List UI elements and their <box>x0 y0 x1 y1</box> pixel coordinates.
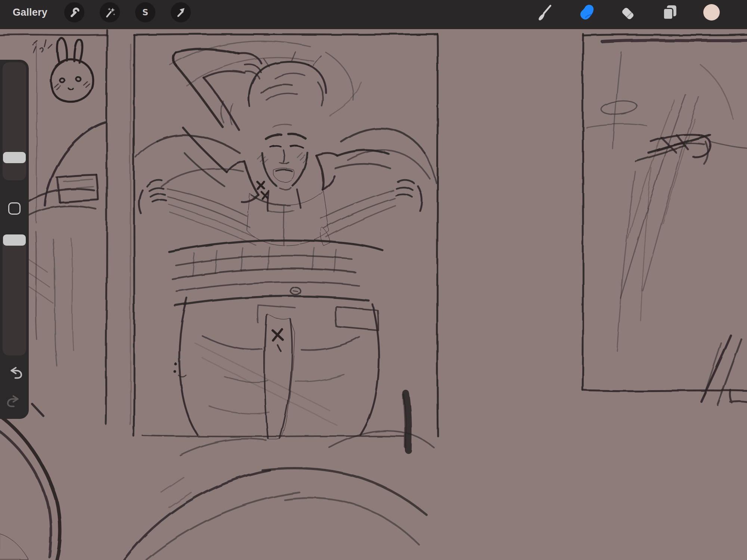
modify-button[interactable] <box>8 202 21 215</box>
top-toolbar: Gallery S <box>0 0 747 29</box>
redo-button[interactable] <box>5 393 24 408</box>
erase-tool-button[interactable] <box>619 4 636 21</box>
wrench-icon <box>68 6 81 19</box>
color-button[interactable] <box>703 4 720 21</box>
paintbrush-icon <box>536 4 553 21</box>
opacity-handle[interactable] <box>3 234 26 246</box>
transform-arrow-icon <box>174 6 187 19</box>
selection-button[interactable]: S <box>135 2 155 22</box>
magic-wand-icon <box>103 6 116 19</box>
paint-tool-button[interactable] <box>536 4 553 21</box>
actions-button[interactable] <box>64 2 84 22</box>
selection-s-icon: S <box>139 6 152 19</box>
right-panel-sketch <box>586 52 747 405</box>
transform-button[interactable] <box>171 2 191 22</box>
gallery-button[interactable]: Gallery <box>13 7 47 18</box>
eraser-icon <box>619 4 636 21</box>
redo-icon <box>6 393 23 408</box>
smudge-tool-button[interactable] <box>577 4 595 21</box>
brush-size-slider[interactable] <box>3 62 26 180</box>
opacity-slider[interactable] <box>3 234 26 355</box>
layers-button[interactable] <box>661 4 678 21</box>
panel-borders <box>0 30 747 436</box>
procreate-ui: Gallery S <box>0 0 747 560</box>
adjustments-button[interactable] <box>100 2 120 22</box>
undo-icon <box>6 365 23 379</box>
brush-size-handle[interactable] <box>3 152 26 163</box>
smudge-icon <box>577 4 595 21</box>
color-swatch <box>703 4 720 21</box>
left-sidebar <box>0 60 29 419</box>
canvas-area <box>0 29 747 560</box>
undo-button[interactable] <box>5 364 24 380</box>
main-figure-sketch <box>124 41 436 560</box>
layers-icon <box>661 4 678 21</box>
bunny-doodle <box>33 38 93 102</box>
svg-text:S: S <box>142 7 148 17</box>
canvas[interactable] <box>0 29 747 560</box>
